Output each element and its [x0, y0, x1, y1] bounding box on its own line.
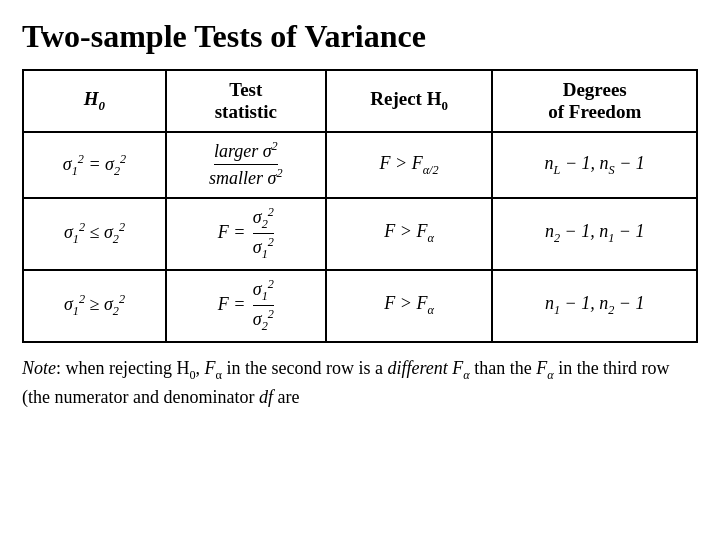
table-row: σ12 = σ22 larger σ2 smaller σ2 F > Fα/2 …	[23, 132, 697, 198]
row1-statistic: larger σ2 smaller σ2	[166, 132, 326, 198]
row1-df: nL − 1, nS − 1	[492, 132, 697, 198]
row2-statistic: F = σ22 σ12	[166, 198, 326, 270]
row3-h0: σ12 ≥ σ22	[23, 270, 166, 342]
col-header-df: Degreesof Freedom	[492, 70, 697, 132]
row3-df: n1 − 1, n2 − 1	[492, 270, 697, 342]
table-row: σ12 ≥ σ22 F = σ12 σ22 F > Fα n1 − 1, n2 …	[23, 270, 697, 342]
row2-reject: F > Fα	[326, 198, 493, 270]
table-row: σ12 ≤ σ22 F = σ22 σ12 F > Fα n2 − 1, n1 …	[23, 198, 697, 270]
note-section: Note: when rejecting H0, Fα in the secon…	[22, 355, 698, 410]
row3-reject: F > Fα	[326, 270, 493, 342]
col-header-reject: Reject H0	[326, 70, 493, 132]
row1-reject: F > Fα/2	[326, 132, 493, 198]
row2-df: n2 − 1, n1 − 1	[492, 198, 697, 270]
row2-h0: σ12 ≤ σ22	[23, 198, 166, 270]
page-title: Two-sample Tests of Variance	[22, 18, 698, 55]
row3-statistic: F = σ12 σ22	[166, 270, 326, 342]
variance-table: H0 Teststatistic Reject H0 Degreesof Fre…	[22, 69, 698, 343]
col-header-h0: H0	[23, 70, 166, 132]
col-header-statistic: Teststatistic	[166, 70, 326, 132]
row1-h0: σ12 = σ22	[23, 132, 166, 198]
